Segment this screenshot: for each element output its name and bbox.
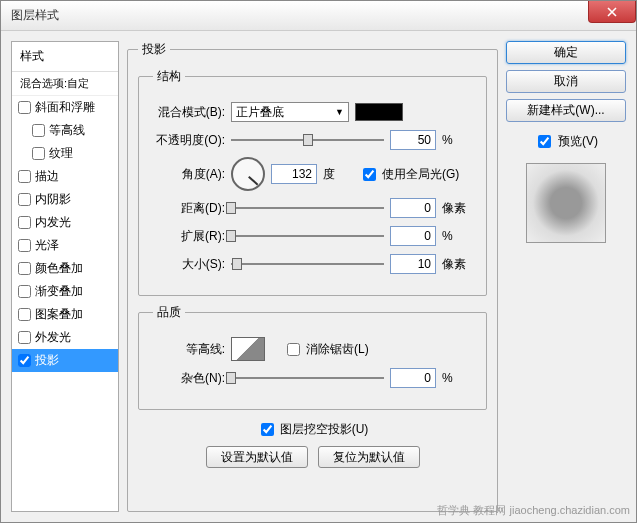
noise-slider[interactable] — [231, 369, 384, 387]
style-item[interactable]: 投影 — [12, 349, 118, 372]
style-item-label: 斜面和浮雕 — [35, 99, 95, 116]
distance-slider[interactable] — [231, 199, 384, 217]
style-item-checkbox[interactable] — [18, 308, 31, 321]
style-item-label: 外发光 — [35, 329, 71, 346]
style-item-checkbox[interactable] — [18, 216, 31, 229]
noise-unit: % — [442, 371, 472, 385]
style-item-label: 纹理 — [49, 145, 73, 162]
style-item[interactable]: 等高线 — [12, 119, 118, 142]
effect-panel: 投影 结构 混合模式(B): 正片叠底 ▼ 不透明度(O): — [127, 41, 498, 512]
opacity-row: 不透明度(O): % — [153, 129, 472, 151]
distance-input[interactable] — [390, 198, 436, 218]
style-item-label: 等高线 — [49, 122, 85, 139]
titlebar: 图层样式 — [1, 1, 636, 31]
antialias-label: 消除锯齿(L) — [306, 341, 369, 358]
watermark: 哲学典 教程网 jiaocheng.chazidian.com — [437, 503, 630, 518]
distance-row: 距离(D): 像素 — [153, 197, 472, 219]
style-item-checkbox[interactable] — [32, 147, 45, 160]
style-item[interactable]: 光泽 — [12, 234, 118, 257]
style-item-checkbox[interactable] — [18, 331, 31, 344]
style-item-label: 颜色叠加 — [35, 260, 83, 277]
style-item-checkbox[interactable] — [18, 262, 31, 275]
blend-mode-select[interactable]: 正片叠底 ▼ — [231, 102, 349, 122]
style-item-checkbox[interactable] — [18, 239, 31, 252]
style-item[interactable]: 颜色叠加 — [12, 257, 118, 280]
opacity-input[interactable] — [390, 130, 436, 150]
spread-slider[interactable] — [231, 227, 384, 245]
make-default-button[interactable]: 设置为默认值 — [206, 446, 308, 468]
style-item[interactable]: 渐变叠加 — [12, 280, 118, 303]
blend-mode-label: 混合模式(B): — [153, 104, 225, 121]
global-light-checkbox[interactable]: 使用全局光(G) — [359, 165, 459, 184]
size-unit: 像素 — [442, 256, 472, 273]
blend-mode-row: 混合模式(B): 正片叠底 ▼ — [153, 101, 472, 123]
structure-legend: 结构 — [153, 68, 185, 85]
distance-label: 距离(D): — [153, 200, 225, 217]
style-item-label: 内发光 — [35, 214, 71, 231]
dialog-window: 图层样式 样式 混合选项:自定 斜面和浮雕等高线纹理描边内阴影内发光光泽颜色叠加… — [0, 0, 637, 523]
shadow-color-swatch[interactable] — [355, 103, 403, 121]
style-item[interactable]: 内阴影 — [12, 188, 118, 211]
style-item-label: 内阴影 — [35, 191, 71, 208]
contour-row: 等高线: 消除锯齿(L) — [153, 337, 472, 361]
style-item[interactable]: 外发光 — [12, 326, 118, 349]
opacity-unit: % — [442, 133, 472, 147]
style-item-label: 投影 — [35, 352, 59, 369]
size-row: 大小(S): 像素 — [153, 253, 472, 275]
style-item[interactable]: 内发光 — [12, 211, 118, 234]
styles-header[interactable]: 样式 — [12, 42, 118, 72]
content: 样式 混合选项:自定 斜面和浮雕等高线纹理描边内阴影内发光光泽颜色叠加渐变叠加图… — [1, 31, 636, 522]
size-input[interactable] — [390, 254, 436, 274]
angle-input[interactable] — [271, 164, 317, 184]
global-light-input[interactable] — [363, 168, 376, 181]
blending-options[interactable]: 混合选项:自定 — [12, 72, 118, 96]
cancel-button[interactable]: 取消 — [506, 70, 626, 93]
style-item-label: 图案叠加 — [35, 306, 83, 323]
preview-label: 预览(V) — [558, 133, 598, 150]
right-panel: 确定 取消 新建样式(W)... 预览(V) — [506, 41, 626, 512]
main-panel: 投影 结构 混合模式(B): 正片叠底 ▼ 不透明度(O): — [127, 41, 498, 512]
style-item-checkbox[interactable] — [18, 170, 31, 183]
quality-group: 品质 等高线: 消除锯齿(L) 杂色(N): — [138, 304, 487, 410]
styles-list: 样式 混合选项:自定 斜面和浮雕等高线纹理描边内阴影内发光光泽颜色叠加渐变叠加图… — [11, 41, 119, 512]
spread-input[interactable] — [390, 226, 436, 246]
distance-unit: 像素 — [442, 200, 472, 217]
reset-default-button[interactable]: 复位为默认值 — [318, 446, 420, 468]
style-item[interactable]: 斜面和浮雕 — [12, 96, 118, 119]
window-title: 图层样式 — [11, 7, 59, 24]
size-label: 大小(S): — [153, 256, 225, 273]
style-item-label: 光泽 — [35, 237, 59, 254]
angle-label: 角度(A): — [153, 166, 225, 183]
size-slider[interactable] — [231, 255, 384, 273]
contour-picker[interactable] — [231, 337, 265, 361]
defaults-row: 设置为默认值 复位为默认值 — [138, 446, 487, 468]
antialias-checkbox[interactable]: 消除锯齿(L) — [283, 340, 369, 359]
preview-checkbox[interactable]: 预览(V) — [506, 132, 626, 151]
spread-unit: % — [442, 229, 472, 243]
opacity-slider[interactable] — [231, 131, 384, 149]
knockout-row: 图层挖空投影(U) — [138, 418, 487, 440]
style-item[interactable]: 图案叠加 — [12, 303, 118, 326]
style-item-checkbox[interactable] — [18, 101, 31, 114]
angle-unit: 度 — [323, 166, 353, 183]
angle-dial[interactable] — [231, 157, 265, 191]
style-item[interactable]: 描边 — [12, 165, 118, 188]
knockout-checkbox[interactable]: 图层挖空投影(U) — [257, 420, 369, 439]
new-style-button[interactable]: 新建样式(W)... — [506, 99, 626, 122]
ok-button[interactable]: 确定 — [506, 41, 626, 64]
preview-thumbnail — [526, 163, 606, 243]
style-item-checkbox[interactable] — [18, 193, 31, 206]
antialias-input[interactable] — [287, 343, 300, 356]
quality-legend: 品质 — [153, 304, 185, 321]
style-item-checkbox[interactable] — [18, 285, 31, 298]
close-button[interactable] — [588, 1, 636, 23]
knockout-label: 图层挖空投影(U) — [280, 421, 369, 438]
style-item-checkbox[interactable] — [18, 354, 31, 367]
style-item-label: 描边 — [35, 168, 59, 185]
style-item-checkbox[interactable] — [32, 124, 45, 137]
style-item[interactable]: 纹理 — [12, 142, 118, 165]
knockout-input[interactable] — [261, 423, 274, 436]
noise-input[interactable] — [390, 368, 436, 388]
contour-label: 等高线: — [153, 341, 225, 358]
preview-input[interactable] — [538, 135, 551, 148]
